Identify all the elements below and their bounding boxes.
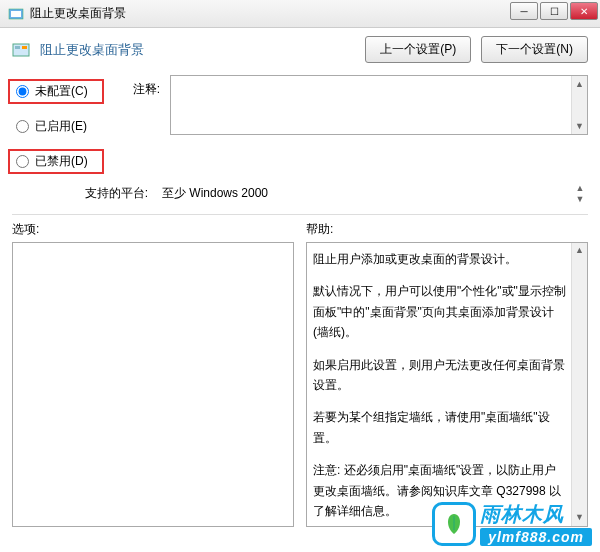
scroll-down-icon[interactable]: ▼ xyxy=(572,118,587,134)
help-label: 帮助: xyxy=(306,221,588,238)
app-icon xyxy=(8,6,24,22)
radio-not-configured[interactable]: 未配置(C) xyxy=(8,79,104,104)
options-box xyxy=(12,242,294,527)
next-setting-button[interactable]: 下一个设置(N) xyxy=(481,36,588,63)
help-line: 默认情况下，用户可以使用"个性化"或"显示控制面板"中的"桌面背景"页向其桌面添… xyxy=(313,281,567,342)
radio-disabled-input[interactable] xyxy=(16,155,29,168)
watermark: 雨林木风 ylmf888.com xyxy=(432,501,592,546)
scroll-up-icon[interactable]: ▲ xyxy=(572,76,587,92)
svg-rect-4 xyxy=(22,46,27,49)
radio-enabled-label: 已启用(E) xyxy=(35,118,87,135)
help-box: 阻止用户添加或更改桌面的背景设计。 默认情况下，用户可以使用"个性化"或"显示控… xyxy=(306,242,588,527)
comment-textarea[interactable]: ▲ ▼ xyxy=(170,75,588,135)
header-row: 阻止更改桌面背景 上一个设置(P) 下一个设置(N) xyxy=(0,28,600,71)
scroll-down-icon[interactable]: ▼ xyxy=(572,193,588,204)
radio-not-configured-label: 未配置(C) xyxy=(35,83,88,100)
platform-value: 至少 Windows 2000 xyxy=(158,182,588,204)
comment-label: 注释: xyxy=(114,75,160,98)
comment-scrollbar[interactable]: ▲ ▼ xyxy=(571,76,587,134)
svg-rect-2 xyxy=(13,44,29,56)
radio-not-configured-input[interactable] xyxy=(16,85,29,98)
watermark-icon xyxy=(432,502,476,546)
options-panel: 选项: xyxy=(12,221,294,527)
watermark-url: ylmf888.com xyxy=(480,528,592,546)
radio-enabled[interactable]: 已启用(E) xyxy=(12,118,104,135)
titlebar: 阻止更改桌面背景 ─ ☐ ✕ xyxy=(0,0,600,28)
minimize-button[interactable]: ─ xyxy=(510,2,538,20)
radio-enabled-input[interactable] xyxy=(16,120,29,133)
page-title: 阻止更改桌面背景 xyxy=(40,41,355,59)
radio-disabled-label: 已禁用(D) xyxy=(35,153,88,170)
policy-icon xyxy=(12,41,30,59)
help-line: 若要为某个组指定墙纸，请使用"桌面墙纸"设置。 xyxy=(313,407,567,448)
window: 阻止更改桌面背景 ─ ☐ ✕ 阻止更改桌面背景 上一个设置(P) 下一个设置(N… xyxy=(0,0,600,552)
svg-rect-3 xyxy=(15,46,20,49)
svg-rect-1 xyxy=(11,11,21,17)
maximize-button[interactable]: ☐ xyxy=(540,2,568,20)
help-scrollbar[interactable]: ▲ ▼ xyxy=(571,243,587,526)
platform-label: 支持的平台: xyxy=(12,185,148,202)
platform-row: 支持的平台: 至少 Windows 2000 ▲ ▼ xyxy=(12,182,588,204)
separator xyxy=(12,214,588,215)
scroll-up-icon[interactable]: ▲ xyxy=(572,243,587,259)
window-title: 阻止更改桌面背景 xyxy=(30,5,126,22)
panels: 选项: 帮助: 阻止用户添加或更改桌面的背景设计。 默认情况下，用户可以使用"个… xyxy=(12,221,588,527)
help-line: 阻止用户添加或更改桌面的背景设计。 xyxy=(313,249,567,269)
help-panel: 帮助: 阻止用户添加或更改桌面的背景设计。 默认情况下，用户可以使用"个性化"或… xyxy=(306,221,588,527)
close-button[interactable]: ✕ xyxy=(570,2,598,20)
previous-setting-button[interactable]: 上一个设置(P) xyxy=(365,36,471,63)
window-controls: ─ ☐ ✕ xyxy=(508,2,598,20)
help-line: 如果启用此设置，则用户无法更改任何桌面背景设置。 xyxy=(313,355,567,396)
radio-group: 未配置(C) 已启用(E) 已禁用(D) xyxy=(12,75,104,174)
platform-scrollbar[interactable]: ▲ ▼ xyxy=(572,182,588,204)
content: 未配置(C) 已启用(E) 已禁用(D) 注释: ▲ ▼ 支持 xyxy=(0,71,600,527)
scroll-up-icon[interactable]: ▲ xyxy=(572,182,588,193)
watermark-name: 雨林木风 xyxy=(480,501,592,528)
radio-disabled[interactable]: 已禁用(D) xyxy=(8,149,104,174)
config-row: 未配置(C) 已启用(E) 已禁用(D) 注释: ▲ ▼ xyxy=(12,75,588,174)
options-label: 选项: xyxy=(12,221,294,238)
